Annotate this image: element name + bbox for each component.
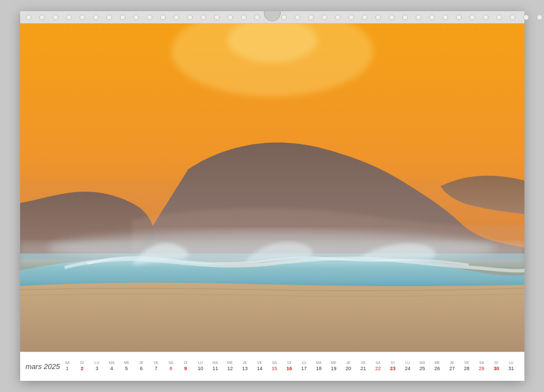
day-column: Je13 [238,360,252,373]
day-number: 27 [449,366,455,372]
day-number: 13 [242,366,248,372]
day-number: 22 [375,366,381,372]
day-number: 16 [286,366,292,372]
day-column: Je20 [341,360,356,373]
hole [389,15,394,20]
day-column: Je6 [134,360,148,373]
day-column: Lu31 [504,360,518,373]
day-name: Di [391,361,395,365]
hole [106,15,112,20]
day-column: Ve14 [252,360,267,373]
day-number: 2 [81,366,83,372]
hole [66,15,72,20]
day-name: Je [450,361,454,365]
hole [469,15,475,20]
day-column: Ma18 [311,360,326,373]
hole [147,15,152,20]
day-number: 4 [110,366,113,372]
day-number: 1 [66,366,69,372]
hole [362,15,368,20]
day-name: Ma [109,361,114,365]
day-number: 18 [316,366,322,372]
hole [187,15,193,20]
hole [429,15,435,20]
day-number: 20 [346,366,351,372]
day-column: Sa8 [164,360,178,373]
day-number: 28 [464,366,469,372]
hole [39,15,45,20]
day-name: Ma [316,361,322,365]
day-number: 25 [420,366,425,372]
day-name: Lu [405,361,410,365]
hole [335,15,341,20]
day-number: 23 [390,366,396,372]
day-number: 8 [169,366,172,372]
day-column: Lu3 [90,360,104,373]
day-number: 21 [360,366,366,372]
days-grid: Sa1Di2Lu3Ma4Me5Je6Ve7Sa8Di9Lu10Ma11Me12J… [60,360,519,373]
hole [456,15,462,20]
day-column: Sa1 [60,360,75,373]
month-label: mars 2025 [26,362,60,371]
day-number: 10 [198,366,203,372]
day-name: Je [346,361,351,365]
day-name: Ve [154,361,159,365]
hole [160,15,166,20]
hole [483,15,489,20]
hole [174,15,179,20]
hole [53,15,58,20]
hole [93,15,99,20]
day-name: Ma [212,361,218,365]
day-number: 26 [434,366,440,372]
day-name: Lu [198,361,203,365]
day-name: Me [434,361,440,365]
day-name: Je [139,361,143,365]
hole [120,15,125,20]
day-name: Sa [169,361,174,365]
hole [537,15,542,20]
day-name: Sa [272,361,277,365]
hole-punch-bar [20,11,524,24]
day-number: 24 [404,366,410,372]
day-name: Di [287,361,291,365]
day-column: Di30 [489,360,504,373]
hole [322,15,327,20]
day-column: Ma4 [104,360,119,373]
hole [523,15,529,20]
day-number: 9 [184,366,187,372]
hole [510,15,515,20]
day-name: Lu [95,361,99,365]
day-number: 3 [95,366,98,372]
day-name: Ma [420,361,425,365]
hole [308,15,314,20]
day-column: Ve7 [148,360,163,373]
day-number: 29 [478,366,484,372]
day-number: 6 [140,366,143,372]
day-number: 14 [257,366,262,372]
hole [241,15,247,20]
hole [496,15,502,20]
hole [402,15,408,20]
day-number: 12 [227,366,233,372]
day-column: Ve28 [459,360,474,373]
day-column: Lu17 [296,360,311,373]
hole [133,15,139,20]
day-column: Sa29 [474,360,489,373]
hole [348,15,354,20]
day-column: Di16 [282,360,296,373]
day-column: Lu24 [400,360,415,373]
day-column: Lu10 [193,360,208,373]
hole [254,15,260,20]
day-name: Me [331,361,337,365]
day-name: Lu [509,361,513,365]
calendar-strip: mars 2025 Sa1Di2Lu3Ma4Me5Je6Ve7Sa8Di9Lu1… [20,352,524,381]
day-name: Ve [361,361,366,365]
calendar-page: mars 2025 Sa1Di2Lu3Ma4Me5Je6Ve7Sa8Di9Lu1… [20,11,524,381]
hole [227,15,233,20]
day-number: 7 [155,366,157,372]
day-name: Me [227,361,233,365]
day-name: Ve [257,361,262,365]
day-column: Sa15 [267,360,282,373]
hole [416,15,421,20]
day-number: 30 [494,366,499,372]
